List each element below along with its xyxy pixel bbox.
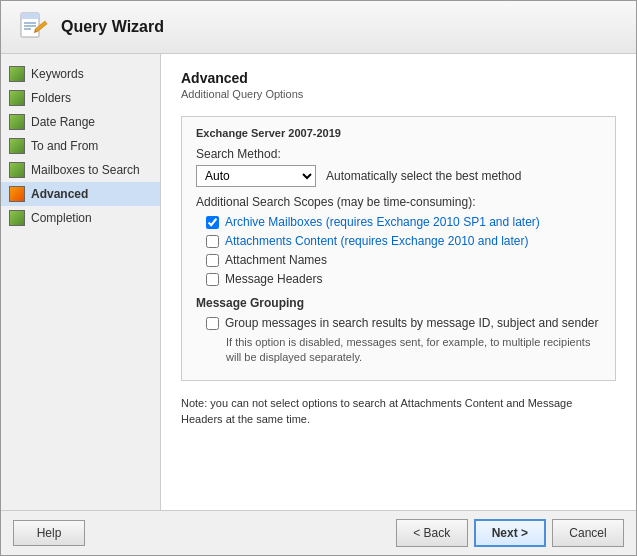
date-range-icon bbox=[9, 114, 25, 130]
dialog-body: Keywords Folders Date Range To and From … bbox=[1, 54, 636, 510]
sidebar: Keywords Folders Date Range To and From … bbox=[1, 54, 161, 510]
sidebar-item-keywords[interactable]: Keywords bbox=[1, 62, 160, 86]
archive-mailboxes-checkbox[interactable] bbox=[206, 216, 219, 229]
sidebar-item-mailboxes-label: Mailboxes to Search bbox=[31, 163, 140, 177]
exchange-group-box: Exchange Server 2007-2019 Search Method:… bbox=[181, 116, 616, 381]
help-button[interactable]: Help bbox=[13, 520, 85, 546]
search-method-label: Search Method: bbox=[196, 147, 601, 161]
grouping-subnote: If this option is disabled, messages sen… bbox=[196, 335, 601, 366]
checkbox-row-attachment-names: Attachment Names bbox=[196, 253, 601, 267]
mailboxes-icon bbox=[9, 162, 25, 178]
group-messages-label[interactable]: Group messages in search results by mess… bbox=[225, 316, 599, 330]
sidebar-item-keywords-label: Keywords bbox=[31, 67, 84, 81]
checkbox-row-archive: Archive Mailboxes (requires Exchange 201… bbox=[196, 215, 601, 229]
query-wizard-dialog: Query Wizard Keywords Folders Date Range… bbox=[0, 0, 637, 556]
completion-icon bbox=[9, 210, 25, 226]
message-headers-label[interactable]: Message Headers bbox=[225, 272, 322, 286]
sidebar-item-date-range-label: Date Range bbox=[31, 115, 95, 129]
advanced-icon bbox=[9, 186, 25, 202]
attachment-names-label[interactable]: Attachment Names bbox=[225, 253, 327, 267]
checkbox-row-message-headers: Message Headers bbox=[196, 272, 601, 286]
archive-mailboxes-label[interactable]: Archive Mailboxes (requires Exchange 201… bbox=[225, 215, 540, 229]
footer-right: < Back Next > Cancel bbox=[396, 519, 624, 547]
attachments-content-checkbox[interactable] bbox=[206, 235, 219, 248]
to-from-icon bbox=[9, 138, 25, 154]
attachment-names-checkbox[interactable] bbox=[206, 254, 219, 267]
sidebar-item-folders-label: Folders bbox=[31, 91, 71, 105]
dialog-footer: Help < Back Next > Cancel bbox=[1, 510, 636, 555]
group-box-title: Exchange Server 2007-2019 bbox=[196, 127, 601, 139]
dialog-header: Query Wizard bbox=[1, 1, 636, 54]
note-box: Note: you can not select options to sear… bbox=[181, 395, 616, 428]
sidebar-item-advanced[interactable]: Advanced bbox=[1, 182, 160, 206]
svg-rect-1 bbox=[21, 13, 39, 19]
sidebar-item-date-range[interactable]: Date Range bbox=[1, 110, 160, 134]
folders-icon bbox=[9, 90, 25, 106]
sidebar-item-to-and-from[interactable]: To and From bbox=[1, 134, 160, 158]
checkbox-row-attachments-content: Attachments Content (requires Exchange 2… bbox=[196, 234, 601, 248]
keywords-icon bbox=[9, 66, 25, 82]
group-messages-checkbox[interactable] bbox=[206, 317, 219, 330]
attachments-content-label[interactable]: Attachments Content (requires Exchange 2… bbox=[225, 234, 529, 248]
back-button[interactable]: < Back bbox=[396, 519, 468, 547]
main-content: Advanced Additional Query Options Exchan… bbox=[161, 54, 636, 510]
sidebar-item-mailboxes[interactable]: Mailboxes to Search bbox=[1, 158, 160, 182]
search-method-select[interactable]: Auto EWS MAPI bbox=[196, 165, 316, 187]
grouping-title: Message Grouping bbox=[196, 296, 601, 310]
next-button[interactable]: Next > bbox=[474, 519, 546, 547]
search-method-desc: Automatically select the best method bbox=[326, 169, 521, 183]
sidebar-item-advanced-label: Advanced bbox=[31, 187, 88, 201]
grouping-checkbox-row: Group messages in search results by mess… bbox=[196, 316, 601, 330]
grouping-section: Message Grouping Group messages in searc… bbox=[196, 296, 601, 366]
search-method-row: Auto EWS MAPI Automatically select the b… bbox=[196, 165, 601, 187]
sidebar-item-folders[interactable]: Folders bbox=[1, 86, 160, 110]
sidebar-item-to-from-label: To and From bbox=[31, 139, 98, 153]
sidebar-item-completion[interactable]: Completion bbox=[1, 206, 160, 230]
message-headers-checkbox[interactable] bbox=[206, 273, 219, 286]
wizard-icon bbox=[17, 11, 49, 43]
scopes-label: Additional Search Scopes (may be time-co… bbox=[196, 195, 601, 209]
sidebar-item-completion-label: Completion bbox=[31, 211, 92, 225]
cancel-button[interactable]: Cancel bbox=[552, 519, 624, 547]
section-title: Advanced bbox=[181, 70, 616, 86]
section-subtitle: Additional Query Options bbox=[181, 88, 616, 100]
dialog-title: Query Wizard bbox=[61, 18, 164, 36]
footer-left: Help bbox=[13, 520, 85, 546]
